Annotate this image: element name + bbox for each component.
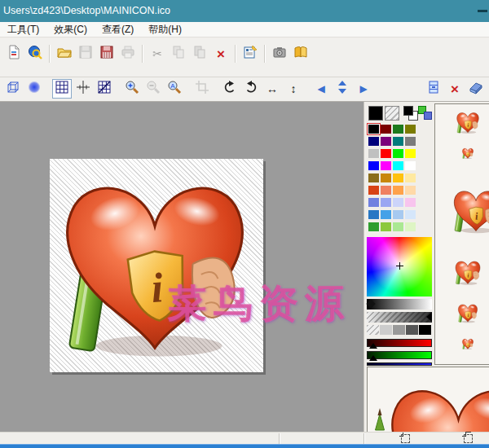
shift-right-button[interactable]: ▶ bbox=[354, 79, 373, 99]
red-slider-marker[interactable] bbox=[369, 343, 377, 349]
title-bar[interactable]: Users\zd423\Desktop\MAINICON.ico bbox=[0, 0, 489, 22]
shift-left-button[interactable]: ◀ bbox=[311, 79, 331, 99]
rotate-left-button[interactable] bbox=[220, 79, 240, 99]
statusbar-divider bbox=[363, 433, 365, 444]
alpha-swatch[interactable] bbox=[406, 325, 418, 335]
palette-color-def5c4[interactable] bbox=[405, 222, 416, 231]
blue-channel-slider[interactable] bbox=[367, 362, 432, 366]
green-slider-marker[interactable] bbox=[369, 355, 377, 361]
icon-frame-32px[interactable]: i bbox=[455, 109, 481, 138]
open-folder-button[interactable] bbox=[55, 44, 74, 64]
palette-color-c8860b[interactable] bbox=[381, 173, 391, 182]
find-icons-button[interactable] bbox=[25, 44, 45, 64]
color-panel bbox=[367, 103, 433, 366]
palette-color-7b007b[interactable] bbox=[381, 137, 391, 146]
hue-picker-square[interactable] bbox=[367, 237, 432, 296]
red-channel-slider[interactable] bbox=[367, 339, 432, 347]
new-document-button[interactable] bbox=[4, 44, 24, 64]
icon-frame-64px[interactable]: i bbox=[450, 184, 489, 239]
rotate-right-button[interactable] bbox=[241, 79, 261, 99]
palette-color-9aa6f2[interactable] bbox=[381, 198, 391, 207]
alpha-swatch[interactable] bbox=[393, 325, 405, 335]
cut-icon: ✂ bbox=[152, 48, 162, 59]
grid-button[interactable] bbox=[52, 79, 72, 99]
palette-color-ffc20e[interactable] bbox=[393, 173, 403, 182]
palette-color-7b0000[interactable] bbox=[381, 125, 391, 134]
menu-item-tools[interactable]: 工具(T) bbox=[0, 22, 46, 37]
alpha-slider[interactable] bbox=[367, 312, 432, 323]
shift-vertical-button[interactable] bbox=[333, 79, 352, 99]
palette-color-8a6d1b[interactable] bbox=[368, 173, 379, 182]
new-document-icon bbox=[7, 45, 21, 63]
palette-color-ffff00[interactable] bbox=[405, 149, 416, 158]
palette-color-f08060[interactable] bbox=[381, 186, 391, 195]
swap-colors-icon[interactable] bbox=[417, 105, 432, 120]
palette-color-ccd4fa[interactable] bbox=[393, 198, 403, 207]
icon-frame-16px[interactable]: i bbox=[461, 337, 474, 354]
palette-color-f8c4ee[interactable] bbox=[405, 198, 416, 207]
grayscale-marker[interactable] bbox=[366, 299, 375, 308]
palette-color-a6c9f0[interactable] bbox=[393, 210, 403, 219]
palette-color-ff0000[interactable] bbox=[381, 149, 391, 158]
current-color-swatch[interactable] bbox=[368, 106, 383, 121]
zoom-actual-button[interactable]: A bbox=[165, 79, 184, 99]
menu-item-view[interactable]: 查看(Z) bbox=[95, 22, 141, 37]
palette-color-ffa24a[interactable] bbox=[393, 186, 403, 195]
palette-color-7080e0[interactable] bbox=[368, 198, 379, 207]
palette-color-00ee00[interactable] bbox=[393, 149, 403, 158]
delete-button[interactable]: × bbox=[211, 44, 231, 64]
palette-color-2877c4[interactable] bbox=[368, 210, 379, 219]
watermark-text: 菜鸟资源 bbox=[168, 278, 350, 330]
properties-button[interactable] bbox=[240, 44, 260, 64]
flip-vertical-button[interactable]: ↕ bbox=[284, 79, 303, 99]
menu-item-effects[interactable]: 效果(C) bbox=[46, 22, 95, 37]
palette-color-45a1e8[interactable] bbox=[381, 210, 391, 219]
palette-color-d84315[interactable] bbox=[368, 186, 379, 195]
palette-color-00ffff[interactable] bbox=[393, 161, 403, 170]
grid-diagonal-button[interactable] bbox=[95, 79, 114, 99]
alpha-swatch[interactable] bbox=[380, 325, 392, 335]
test-cube-button[interactable] bbox=[3, 79, 23, 99]
palette-color-d5e6fa[interactable] bbox=[405, 210, 416, 219]
artboard[interactable]: i bbox=[50, 159, 263, 372]
palette-color-0000ff[interactable] bbox=[368, 161, 379, 170]
eraser-icon bbox=[469, 80, 483, 98]
menu-item-help[interactable]: 帮助(H) bbox=[141, 22, 189, 37]
palette-color-8cc83c[interactable] bbox=[381, 222, 391, 231]
grayscale-slider[interactable] bbox=[367, 299, 432, 310]
icon-frame-28px[interactable]: i bbox=[456, 301, 479, 327]
palette-color-2f9e2f[interactable] bbox=[368, 222, 379, 231]
alpha-swatch[interactable] bbox=[419, 325, 431, 335]
palette-color-ffffff[interactable] bbox=[405, 161, 416, 170]
palette-color-c0c0c0[interactable] bbox=[368, 149, 379, 158]
frame-list-button[interactable] bbox=[424, 79, 443, 99]
help-book-button[interactable] bbox=[291, 44, 311, 64]
palette-color-00007b[interactable] bbox=[368, 137, 379, 146]
center-lines-button[interactable] bbox=[73, 79, 93, 99]
palette-color-7b7b7b[interactable] bbox=[405, 137, 416, 146]
palette-color-ffe9a0[interactable] bbox=[405, 173, 416, 182]
save-icon-red-button[interactable] bbox=[97, 44, 117, 64]
palette-color-aae892[interactable] bbox=[393, 222, 403, 231]
palette-color-1d7a1d[interactable] bbox=[393, 125, 403, 134]
zoom-in-button[interactable] bbox=[122, 79, 142, 99]
minimize-button[interactable] bbox=[478, 10, 487, 12]
flip-horizontal-button[interactable]: ↔ bbox=[262, 79, 282, 99]
palette-color-007b7b[interactable] bbox=[393, 137, 403, 146]
capture-button[interactable] bbox=[270, 44, 289, 64]
delete-frame-button[interactable]: × bbox=[445, 79, 465, 99]
eraser-button[interactable] bbox=[466, 79, 486, 99]
icon-frame-16px[interactable]: i bbox=[461, 147, 474, 163]
transparent-color-swatch[interactable] bbox=[385, 106, 399, 121]
palette-color-ffd9a8[interactable] bbox=[405, 186, 416, 195]
blur-select-button[interactable] bbox=[24, 79, 44, 99]
palette-color-ff00ff[interactable] bbox=[381, 161, 391, 170]
green-channel-slider[interactable] bbox=[367, 351, 432, 359]
alpha-marker[interactable] bbox=[426, 312, 432, 322]
palette-color-000000[interactable] bbox=[368, 125, 379, 134]
foreground-color-chip[interactable] bbox=[403, 106, 413, 116]
canvas-area[interactable]: i 菜鸟资源 bbox=[0, 102, 363, 432]
icon-frame-36px[interactable]: i bbox=[453, 257, 482, 290]
alpha-swatch[interactable] bbox=[367, 325, 379, 335]
palette-color-7b7b00[interactable] bbox=[405, 125, 416, 134]
